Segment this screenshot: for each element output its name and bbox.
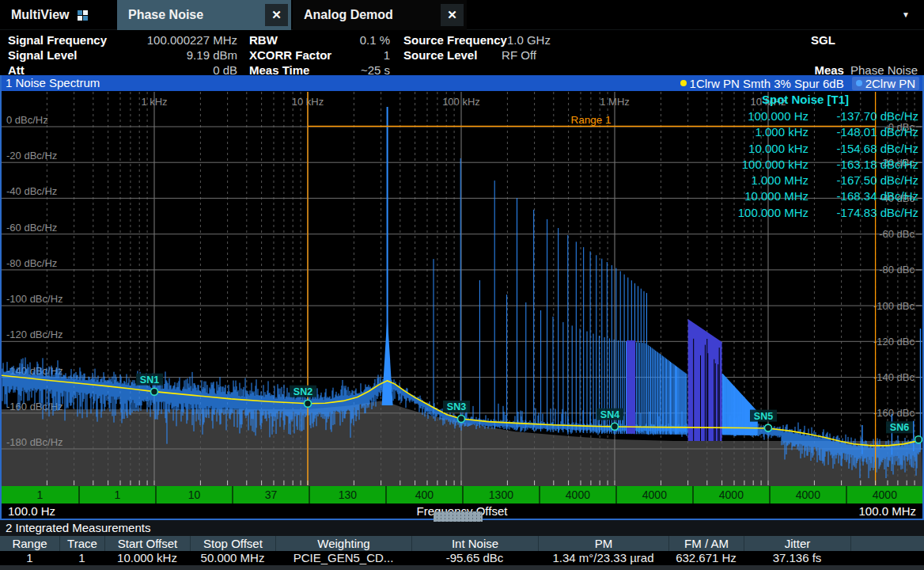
table-cell[interactable]: 1.34 m°/23.33 µrad xyxy=(538,551,668,565)
range-label: Range 1 xyxy=(570,114,611,126)
xcorr-segment: 1 xyxy=(78,486,155,504)
y-axis-label-right: -80 dBc xyxy=(879,264,915,276)
xcorr-factor-label: XCORR Factor xyxy=(249,48,331,63)
window-splitter-handle[interactable] xyxy=(434,511,483,522)
tab-multiview-label: MultiView xyxy=(11,8,70,22)
spot-noise-title: Spot Noise [T1] xyxy=(762,93,888,108)
multiview-grid-icon xyxy=(78,10,88,21)
table-cell-filler xyxy=(850,551,924,565)
spot-marker-label: SN4 xyxy=(600,409,619,420)
trace2-dense-block xyxy=(627,340,635,434)
spot-marker[interactable] xyxy=(151,388,158,395)
spot-noise-value: -174.83 dBc/Hz xyxy=(808,205,918,221)
xcorr-segment: 1 xyxy=(2,486,78,504)
legend-trace1-label: 1Clrw PN Smth 3% Spur 6dB xyxy=(690,77,844,90)
table-cell[interactable]: 37.136 fs xyxy=(744,551,850,565)
spot-noise-table: Spot Noise [T1] 100.000 Hz-137.70 dBc/Hz… xyxy=(668,93,920,221)
rbw-value[interactable]: 0.1 % xyxy=(360,32,390,48)
noise-spectrum-titlebar[interactable]: 1 Noise Spectrum 1Clrw PN Smth 3% Spur 6… xyxy=(0,75,924,91)
y-axis-label-left: -120 dBc/Hz xyxy=(6,329,63,340)
spot-noise-row: 1.000 MHz-167.50 dBc/Hz xyxy=(668,173,920,188)
tab-phase-noise[interactable]: Phase Noise ✕ xyxy=(117,0,291,30)
xcorr-factor-value[interactable]: 1 xyxy=(384,48,390,63)
header-bw-group: RBW0.1 % XCORR Factor1 Meas Time~25 s xyxy=(249,32,390,78)
trace1-color-dot-icon xyxy=(680,80,687,86)
xcorr-segment: 10 xyxy=(155,486,232,504)
legend-trace2[interactable]: 2Clrw PN xyxy=(852,77,919,90)
y-axis-label-right: -60 dBc xyxy=(879,228,915,240)
spot-marker[interactable] xyxy=(458,416,465,423)
xcorr-segment: 4000 xyxy=(615,486,692,504)
xcorr-segment: 4000 xyxy=(769,486,846,504)
tab-analog-demod[interactable]: Analog Demod ✕ xyxy=(293,0,467,30)
spot-noise-frequency: 1.000 MHz xyxy=(668,173,808,188)
signal-level-value[interactable]: 9.19 dBm xyxy=(187,48,237,63)
trace2-color-dot-icon xyxy=(856,80,862,86)
integrated-measurements-window: 2 Integrated Measurements RangeTraceStar… xyxy=(0,520,924,570)
close-tab-analog-demod-icon[interactable]: ✕ xyxy=(441,4,464,26)
signal-frequency-value[interactable]: 100.000227 MHz xyxy=(147,32,237,48)
instrument-screen: MultiView Phase Noise ✕ Analog Demod ✕ ▼… xyxy=(0,0,924,570)
xcorr-segment: 37 xyxy=(232,486,309,504)
close-tab-phase-noise-icon[interactable]: ✕ xyxy=(265,4,288,26)
x-axis-label: 1 MHz xyxy=(600,96,630,108)
spot-noise-frequency: 100.000 MHz xyxy=(668,205,808,221)
tab-bar: MultiView Phase Noise ✕ Analog Demod ✕ ▼ xyxy=(0,0,924,30)
table-cell[interactable]: -95.65 dBc xyxy=(411,551,538,565)
header-signal-group: Signal Frequency100.000227 MHz Signal Le… xyxy=(8,32,237,78)
single-sweep-badge: SGL xyxy=(811,32,835,48)
spot-noise-value: -167.50 dBc/Hz xyxy=(808,173,918,188)
spot-marker-label: SN6 xyxy=(890,422,909,433)
spot-noise-value: -148.01 dBc/Hz xyxy=(808,124,918,140)
spot-noise-row: 100.000 MHz-174.83 dBc/Hz xyxy=(668,205,920,221)
spot-noise-frequency: 100.000 kHz xyxy=(668,157,808,173)
table-column-header: Stop Offset xyxy=(190,536,275,551)
y-axis-label-left: -60 dBc/Hz xyxy=(6,222,57,234)
table-cell[interactable]: 632.671 Hz xyxy=(668,551,744,565)
spot-marker-label: SN5 xyxy=(754,411,773,422)
measurement-header: Signal Frequency100.000227 MHz Signal Le… xyxy=(0,30,924,75)
spot-noise-row: 100.000 kHz-163.18 dBc/Hz xyxy=(668,157,920,173)
spot-marker-label: SN1 xyxy=(140,374,159,386)
tab-multiview[interactable]: MultiView xyxy=(0,0,117,30)
spot-marker[interactable] xyxy=(612,423,619,430)
spot-marker[interactable] xyxy=(765,424,772,431)
spot-noise-frequency: 10.000 MHz xyxy=(668,188,808,204)
integrated-table-row: 1110.000 kHz50.000 MHzPCIE_GEN5_CD...-95… xyxy=(0,551,924,565)
table-column-header: FM / AM xyxy=(668,536,744,551)
legend-trace1[interactable]: 1Clrw PN Smth 3% Spur 6dB xyxy=(680,77,844,90)
y-axis-label-left: -100 dBc/Hz xyxy=(6,293,63,305)
table-cell[interactable]: 50.000 MHz xyxy=(190,551,275,565)
table-column-header: PM xyxy=(538,536,668,551)
tab-analog-demod-label: Analog Demod xyxy=(304,8,393,22)
tab-overflow-caret-icon[interactable]: ▼ xyxy=(902,10,910,19)
xcorr-segment: 130 xyxy=(309,486,385,504)
y-axis-label-left: -20 dBc/Hz xyxy=(6,150,57,162)
xcorr-segment: 1300 xyxy=(462,486,539,504)
source-frequency-value[interactable]: 1.0 GHz xyxy=(507,32,551,48)
source-level-label: Source Level xyxy=(403,48,477,63)
spot-marker[interactable] xyxy=(915,436,922,443)
source-level-value[interactable]: RF Off xyxy=(502,48,536,63)
spot-marker-label: SN2 xyxy=(293,386,312,397)
table-cell[interactable]: PCIE_GEN5_CD... xyxy=(275,551,411,565)
table-cell[interactable]: 10.000 kHz xyxy=(104,551,190,565)
trace-legend: 1Clrw PN Smth 3% Spur 6dB 2Clrw PN xyxy=(680,77,924,90)
window-footer-strip xyxy=(0,565,924,570)
noise-spectrum-title: 1 Noise Spectrum xyxy=(0,75,100,91)
spot-noise-frequency: 100.000 Hz xyxy=(668,108,808,124)
xcorr-factor-bar: 111037130400130040004000400040004000 xyxy=(2,486,922,504)
spot-marker[interactable] xyxy=(305,400,312,407)
table-cell[interactable]: 1 xyxy=(59,551,104,565)
table-cell[interactable]: 1 xyxy=(0,551,59,565)
rbw-label: RBW xyxy=(249,32,278,48)
x-axis-stop-value: 100.0 MHz xyxy=(858,504,916,519)
y-axis-label-right: -100 dBc xyxy=(873,300,915,312)
spot-noise-row: 100.000 Hz-137.70 dBc/Hz xyxy=(668,108,920,124)
spot-marker-label: SN3 xyxy=(447,401,466,412)
integrated-measurements-title[interactable]: 2 Integrated Measurements xyxy=(0,520,924,536)
signal-frequency-label: Signal Frequency xyxy=(8,32,107,48)
y-axis-label-right: -140 dBc xyxy=(873,371,915,383)
x-axis-start-value: 100.0 Hz xyxy=(8,504,55,519)
integrated-table-header: RangeTraceStart OffsetStop OffsetWeighti… xyxy=(0,536,924,551)
